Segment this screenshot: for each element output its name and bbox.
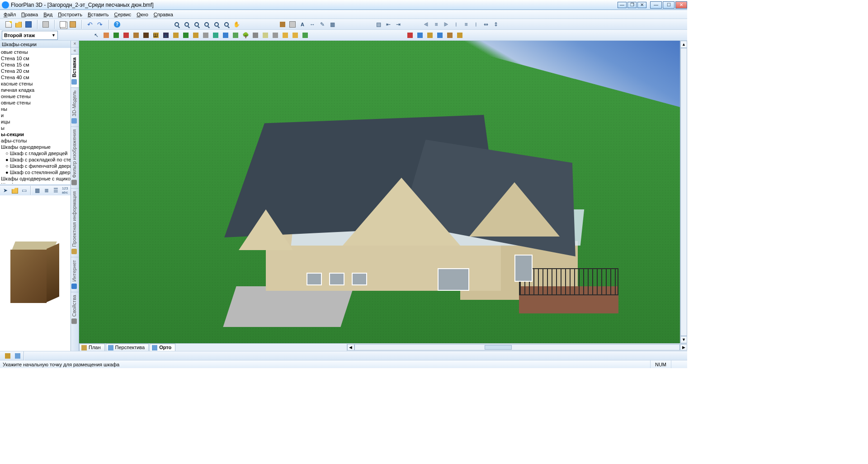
texture-button[interactable] bbox=[435, 31, 444, 40]
scroll-down-button[interactable]: ▼ bbox=[680, 336, 687, 343]
undo-button[interactable]: ↶ bbox=[85, 20, 94, 29]
stairs-tool-button[interactable] bbox=[171, 31, 180, 40]
list-item[interactable]: овые стены bbox=[1, 49, 70, 55]
ortho-lock-button[interactable] bbox=[13, 351, 22, 360]
menu-help[interactable]: Справка bbox=[154, 12, 173, 17]
list-item[interactable]: ны bbox=[1, 106, 70, 112]
sidetab-insert[interactable]: Вставка bbox=[71, 54, 79, 87]
section-tool-button[interactable] bbox=[291, 31, 300, 40]
list-item[interactable]: Шкаф с гладкой дверцей bbox=[1, 150, 70, 156]
copy-button[interactable] bbox=[58, 20, 67, 29]
insert-button[interactable]: ➤ bbox=[2, 186, 9, 195]
shade-button[interactable] bbox=[415, 31, 425, 40]
list-item[interactable]: Шкаф с филенчатой дверцей bbox=[1, 163, 70, 169]
close-button[interactable]: ✕ bbox=[675, 1, 687, 9]
print2-button[interactable] bbox=[288, 20, 297, 29]
menu-service[interactable]: Сервис bbox=[114, 12, 132, 17]
plant-tool-button[interactable]: 🌳 bbox=[241, 31, 250, 40]
list-item[interactable]: касные стены bbox=[1, 80, 70, 87]
vscroll-track[interactable] bbox=[680, 48, 687, 336]
view-tab-plan[interactable]: План bbox=[79, 344, 105, 351]
menu-edit[interactable]: Правка bbox=[21, 12, 38, 17]
sidetab-internet[interactable]: Интернет bbox=[71, 257, 79, 292]
align-center-button[interactable]: ≡ bbox=[432, 20, 441, 29]
zoom-out-button[interactable] bbox=[182, 20, 191, 29]
menu-view[interactable]: Вид bbox=[43, 12, 52, 17]
measure-tool-button[interactable] bbox=[281, 31, 290, 40]
list-item[interactable]: Шкафы однодверные bbox=[1, 144, 70, 150]
list-item[interactable]: ы bbox=[1, 125, 70, 131]
menu-file[interactable]: Файл bbox=[4, 12, 16, 17]
camera-settings-button[interactable] bbox=[455, 31, 464, 40]
list-item[interactable]: ы-секции bbox=[1, 131, 70, 137]
sidetab-pin-button[interactable]: « bbox=[71, 47, 79, 54]
zoom-window-button[interactable] bbox=[192, 20, 201, 29]
dist-h-button[interactable]: ⇔ bbox=[481, 20, 491, 29]
list-item[interactable]: Стена 15 см bbox=[1, 62, 70, 68]
print-button[interactable] bbox=[41, 20, 50, 29]
redo-button[interactable]: ↷ bbox=[95, 20, 104, 29]
select-tool-button[interactable]: ↖ bbox=[92, 31, 101, 40]
pencil-button[interactable]: ✎ bbox=[318, 20, 327, 29]
align-right-button[interactable]: ⫸ bbox=[442, 20, 451, 29]
menu-build[interactable]: Построить bbox=[58, 12, 82, 17]
text-button[interactable]: A bbox=[298, 20, 307, 29]
material-button[interactable] bbox=[425, 31, 434, 40]
paste-button[interactable] bbox=[68, 20, 77, 29]
align-bottom-button[interactable]: ⫶ bbox=[472, 20, 481, 29]
pool-tool-button[interactable] bbox=[221, 31, 230, 40]
zoom-extents-button[interactable] bbox=[202, 20, 211, 29]
hscroll-thumb[interactable] bbox=[485, 345, 512, 350]
sidetab-close-button[interactable]: × bbox=[71, 41, 79, 47]
align-top-button[interactable]: ⫶ bbox=[452, 20, 461, 29]
column-tool-button[interactable] bbox=[112, 31, 121, 40]
list-item[interactable]: Шкаф со стеклянной дверцей bbox=[1, 169, 70, 175]
viewport-vscrollbar[interactable]: ▲ ▼ bbox=[680, 41, 687, 343]
open-button[interactable] bbox=[14, 20, 23, 29]
camera-tool-button[interactable] bbox=[271, 31, 280, 40]
props-button[interactable]: ▭ bbox=[20, 186, 28, 195]
help-button[interactable]: ? bbox=[113, 20, 122, 29]
furniture-tool-button[interactable] bbox=[251, 31, 260, 40]
viewport-hscrollbar[interactable]: ◀ ▶ bbox=[347, 344, 687, 351]
hscroll-track[interactable] bbox=[354, 344, 680, 350]
list-item[interactable]: Шкаф с раскладкой по стеклу bbox=[1, 156, 70, 163]
view-tab-ortho[interactable]: Орто bbox=[150, 344, 175, 351]
layers-button[interactable]: ▤ bbox=[374, 20, 383, 29]
picture-button[interactable] bbox=[445, 31, 454, 40]
scroll-up-button[interactable]: ▲ bbox=[680, 41, 687, 48]
mdi-restore-button[interactable]: ❐ bbox=[627, 2, 637, 8]
mdi-close-button[interactable]: ✕ bbox=[637, 2, 646, 8]
elevation-tool-button[interactable] bbox=[301, 31, 310, 40]
menu-insert[interactable]: Вставить bbox=[88, 12, 109, 17]
scroll-left-button[interactable]: ◀ bbox=[347, 344, 354, 350]
view-mini-button[interactable]: 123abc bbox=[61, 186, 69, 195]
list-item[interactable]: и bbox=[1, 112, 70, 118]
view-detail-button[interactable]: ☰ bbox=[52, 186, 60, 195]
view-large-button[interactable]: ▦ bbox=[33, 186, 41, 195]
list-item[interactable]: Стена 40 см bbox=[1, 74, 70, 80]
align-left-button[interactable]: ⫷ bbox=[422, 20, 431, 29]
roof-tool-button[interactable]: ▲ bbox=[161, 31, 170, 40]
list-item[interactable]: афы-столы bbox=[1, 137, 70, 144]
zoom-realtime-button[interactable] bbox=[222, 20, 231, 29]
layer-next-button[interactable]: ⇥ bbox=[394, 20, 403, 29]
window-tool-button[interactable] bbox=[122, 31, 131, 40]
beam-tool-button[interactable]: Ш bbox=[151, 31, 160, 40]
list-item[interactable]: Шкафы однодверные с ящиком bbox=[1, 175, 70, 182]
hatch-button[interactable] bbox=[278, 20, 287, 29]
driveway-tool-button[interactable] bbox=[211, 31, 220, 40]
render-button[interactable] bbox=[406, 31, 415, 40]
new-button[interactable] bbox=[4, 20, 13, 29]
maximize-button[interactable]: ☐ bbox=[663, 1, 675, 9]
sidetab-3dmodel[interactable]: 3D-Модель bbox=[71, 87, 79, 126]
dist-v-button[interactable]: ⇕ bbox=[491, 20, 500, 29]
zoom-in-button[interactable] bbox=[172, 20, 181, 29]
pan-button[interactable]: ✋ bbox=[232, 20, 241, 29]
list-item[interactable]: Стена 20 см bbox=[1, 68, 70, 74]
list-item[interactable]: Стена 10 см bbox=[1, 55, 70, 62]
viewport-3d[interactable]: ▲ ▼ План Перспектива Орто ◀ ▶ bbox=[79, 41, 687, 351]
view-tab-perspective[interactable]: Перспектива bbox=[106, 344, 149, 351]
sidetab-imagefilter[interactable]: Фильтр изображения bbox=[71, 126, 79, 188]
folder-button[interactable] bbox=[11, 186, 19, 195]
